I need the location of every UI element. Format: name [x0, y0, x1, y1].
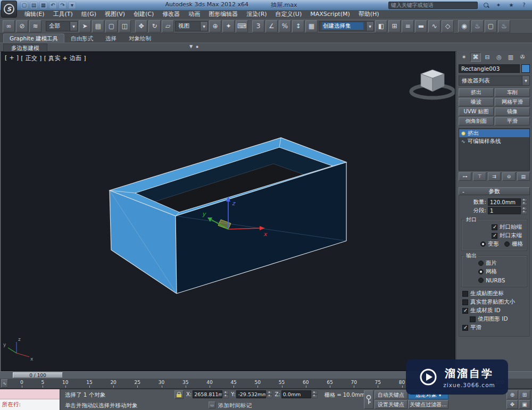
menu-item[interactable]: 自定义(U): [271, 10, 306, 19]
menu-item[interactable]: MAXScript(M): [306, 10, 354, 19]
snaps-toggle-3d-icon[interactable]: 3: [252, 20, 264, 32]
application-menu-button[interactable]: S: [1, 1, 17, 18]
percent-snap-icon[interactable]: %: [279, 20, 291, 32]
stack-item-extrude[interactable]: 挤出: [459, 129, 529, 137]
select-object-icon[interactable]: ➤: [79, 20, 91, 32]
checkbox[interactable]: [492, 233, 497, 239]
graphite-toggle-icon[interactable]: ▬: [415, 20, 427, 32]
param-checkbox-row[interactable]: 平滑: [461, 323, 527, 332]
bind-to-space-warp-icon[interactable]: ≋: [29, 20, 41, 32]
pin-stack-icon[interactable]: ⊶: [459, 172, 471, 181]
pan-icon[interactable]: ✥: [506, 400, 518, 409]
cap-radio[interactable]: 栅格: [504, 240, 523, 248]
new-scene-icon[interactable]: ▢: [20, 2, 28, 9]
coordinate-field[interactable]: 2658.811m: [193, 390, 222, 398]
object-name-field[interactable]: Rectangle003: [459, 64, 520, 73]
coordinate-field[interactable]: 0.0mm: [281, 390, 311, 398]
selection-lock-icon[interactable]: [174, 390, 184, 399]
viewport-general-menu[interactable]: [ + ]: [5, 54, 19, 62]
show-end-result-icon[interactable]: ⊤: [473, 172, 486, 181]
modify-tab-icon[interactable]: ⌘: [470, 53, 481, 62]
amount-spinner[interactable]: [521, 198, 527, 206]
time-tag-icon[interactable]: ▭: [209, 401, 215, 408]
listener-macro-line[interactable]: [0, 389, 60, 399]
set-key-button[interactable]: 设置关键点: [375, 400, 408, 409]
checkbox[interactable]: [462, 325, 468, 331]
menu-item[interactable]: 创建(C): [129, 10, 158, 19]
param-checkbox-row[interactable]: 生成贴图坐标: [461, 289, 527, 298]
project-folder-icon[interactable]: ▾: [68, 2, 76, 9]
radio[interactable]: [478, 261, 484, 266]
select-and-rotate-icon[interactable]: ↻: [148, 20, 161, 32]
cap-radio[interactable]: 变形: [480, 240, 499, 248]
coordinate-spinner[interactable]: [267, 391, 272, 398]
favorites-star-icon[interactable]: ★: [508, 2, 515, 8]
chevron-down-icon[interactable]: [522, 76, 529, 85]
param-checkbox-row[interactable]: 生成材质 ID: [461, 306, 527, 315]
radio[interactable]: [480, 241, 486, 247]
parameters-rollout-header[interactable]: - 参数: [459, 187, 530, 195]
key-filters-button[interactable]: 关键点过滤器...: [408, 400, 448, 409]
redo-icon[interactable]: ↷: [59, 2, 66, 9]
select-and-scale-icon[interactable]: ▱: [162, 20, 174, 32]
param-checkbox-row[interactable]: 使用图形 ID: [461, 315, 527, 323]
menu-item[interactable]: 图形编辑器: [204, 10, 242, 19]
chevron-down-icon[interactable]: ▼: [189, 44, 193, 49]
radio[interactable]: [478, 278, 484, 283]
window-crossing-icon[interactable]: ◫: [119, 20, 131, 32]
select-and-link-icon[interactable]: ∞: [3, 20, 15, 32]
render-setup-icon[interactable]: ♨: [471, 20, 484, 32]
coordinate-spinner[interactable]: [312, 391, 318, 398]
checkbox[interactable]: [462, 291, 468, 297]
segments-spinner[interactable]: [521, 207, 527, 214]
menu-item[interactable]: 工具(T): [49, 10, 77, 19]
add-time-tag[interactable]: 添加时间标记: [218, 402, 252, 409]
select-and-move-icon[interactable]: ✥: [135, 20, 147, 32]
param-checkbox-row[interactable]: 真实世界贴图大小: [461, 298, 527, 306]
chevron-down-icon[interactable]: [200, 22, 207, 31]
rectangular-selection-region-icon[interactable]: ▢: [105, 20, 118, 32]
spinner-snap-icon[interactable]: ↕: [292, 20, 304, 32]
output-radio-row[interactable]: NURBS: [463, 276, 525, 285]
display-tab-icon[interactable]: ▥: [505, 53, 516, 62]
ribbon-config-icons[interactable]: ▼▪: [189, 44, 198, 49]
undo-icon[interactable]: ↶: [49, 2, 57, 9]
radio[interactable]: [504, 241, 510, 247]
use-pivot-point-center-icon[interactable]: ⊕: [209, 20, 221, 32]
modifier-set-button[interactable]: 镜像: [495, 107, 530, 116]
chevron-down-icon[interactable]: [70, 22, 77, 31]
communication-center-icon[interactable]: ✦: [495, 2, 502, 8]
edit-named-selection-sets-icon[interactable]: ▦: [305, 20, 318, 32]
search-icon[interactable]: [483, 2, 489, 9]
keyboard-shortcut-override-icon[interactable]: ⌨: [236, 20, 248, 32]
set-keys-icon[interactable]: [364, 390, 373, 409]
create-tab-icon[interactable]: ✶: [459, 53, 469, 62]
coordinate-spinner[interactable]: [223, 391, 229, 398]
align-icon[interactable]: ⊞: [388, 20, 401, 32]
stack-item-editable-spline[interactable]: ∿ 可编辑样条线: [459, 137, 529, 145]
unlink-selection-icon[interactable]: ⊘: [16, 20, 28, 32]
make-unique-icon[interactable]: ⇉: [488, 172, 501, 181]
remove-modifier-icon[interactable]: ⊖: [502, 172, 515, 181]
menu-item[interactable]: 帮助(H): [354, 10, 384, 19]
configure-modifier-sets-icon[interactable]: ▤: [517, 172, 530, 181]
ribbon-panel-polygon-modeling[interactable]: 多边形建模: [3, 44, 47, 52]
radio[interactable]: [478, 269, 484, 274]
curve-editor-icon[interactable]: ∿: [428, 20, 440, 32]
schematic-view-icon[interactable]: ◇: [442, 20, 454, 32]
select-and-manipulate-icon[interactable]: ✦: [222, 20, 235, 32]
auto-key-button[interactable]: 自动关键点: [375, 390, 408, 399]
menu-item[interactable]: 修改器: [158, 10, 184, 19]
modifier-set-button[interactable]: 噪波: [459, 98, 494, 106]
coordinate-field[interactable]: -29.532mm: [236, 390, 266, 398]
modifier-set-button[interactable]: 网格平滑: [495, 98, 530, 106]
viewport-canvas[interactable]: z x y x z y: [2, 52, 455, 371]
listener-script-line[interactable]: 所在行:: [0, 399, 60, 410]
mini-curve-editor-icon[interactable]: ∿: [1, 379, 8, 388]
checkbox[interactable]: [462, 299, 468, 305]
modifier-set-button[interactable]: UVW 贴图: [459, 107, 494, 116]
checkbox[interactable]: [470, 316, 476, 322]
maxscript-mini-listener[interactable]: 所在行:: [0, 389, 60, 410]
chevron-down-icon[interactable]: [366, 22, 373, 31]
time-slider-handle[interactable]: 0 / 100: [13, 372, 63, 378]
